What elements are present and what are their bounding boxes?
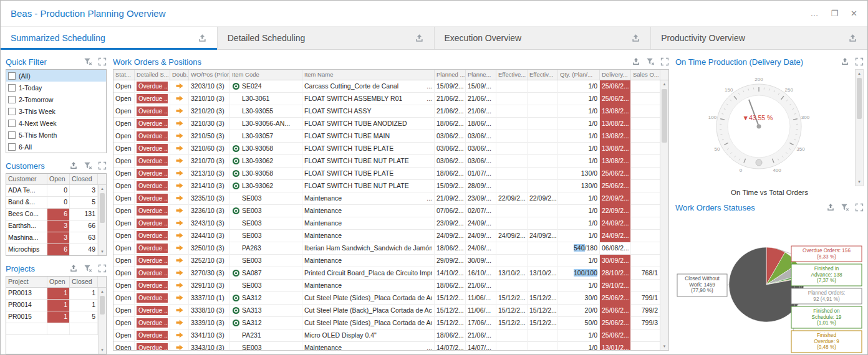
column-header[interactable]: WO/Pos (Prior.) (189, 70, 230, 80)
export-icon[interactable] (841, 57, 849, 66)
more-button[interactable]: … (810, 9, 818, 17)
scroll-up-icon[interactable]: ▲ (99, 288, 106, 295)
column-header[interactable]: Stat... (113, 70, 135, 80)
scrollbar[interactable]: ▲ ▼ (855, 69, 864, 186)
column-header[interactable]: Item Name (302, 70, 435, 80)
expand-icon[interactable] (98, 57, 107, 66)
column-header[interactable]: Detailed S... (135, 70, 170, 80)
quick-filter-option[interactable]: 5-This Month (6, 129, 106, 141)
export-icon[interactable] (826, 203, 835, 212)
table-row[interactable] (6, 323, 106, 335)
work-order-row[interactable]: OpenOverdue ...3244/10 (3)SE003Maintenan… (113, 230, 660, 242)
expand-icon[interactable] (855, 203, 864, 212)
maximize-button[interactable]: ❐ (831, 9, 838, 17)
export-icon[interactable] (198, 34, 207, 43)
checkbox-icon[interactable] (8, 108, 16, 115)
scroll-thumb[interactable] (100, 193, 105, 223)
scroll-down-icon[interactable]: ▼ (99, 248, 106, 255)
clear-filter-icon[interactable] (84, 161, 92, 170)
scroll-up-icon[interactable]: ▲ (660, 80, 668, 88)
column-header[interactable]: Open (47, 174, 70, 184)
close-button[interactable]: ✕ (851, 9, 857, 17)
column-header[interactable]: Effective... (496, 70, 528, 80)
scroll-down-icon[interactable]: ▼ (660, 343, 668, 350)
table-row[interactable]: Mashina... 3 63 (6, 232, 106, 244)
work-order-row[interactable]: OpenOverdue ...3203/10 (3)SE024Carcass C… (113, 80, 660, 93)
table-row[interactable]: Bees Co... 6 131 (6, 209, 106, 220)
column-header[interactable]: Closed (70, 174, 98, 184)
work-order-row[interactable]: OpenOverdue ...3210/50 (3)L30-93057FLOAT… (113, 130, 660, 143)
work-order-row[interactable]: OpenOverdue ...3252/10 (3)SE003Maintenan… (113, 255, 660, 267)
checkbox-icon[interactable] (8, 143, 16, 151)
export-icon[interactable] (415, 34, 424, 43)
column-header[interactable]: Sales O... (631, 70, 660, 80)
work-order-row[interactable]: OpenOverdue ...3213/10 (3)L30-93058FLOAT… (113, 168, 660, 180)
clear-filter-icon[interactable] (841, 203, 849, 212)
quick-filter-option[interactable]: (All) (6, 70, 106, 82)
scrollbar[interactable]: ▲ ▼ (660, 80, 668, 350)
work-order-row[interactable]: OpenOverdue ...3210/60 (3)L30-93058FLOAT… (113, 143, 660, 155)
export-icon[interactable] (69, 264, 78, 273)
checkbox-icon[interactable] (8, 131, 16, 139)
work-order-row[interactable]: OpenOverdue ...3214/10 (3)L30-93062FLOAT… (113, 180, 660, 192)
column-header[interactable]: Planned ... (435, 70, 466, 80)
column-header[interactable]: Closed (70, 277, 98, 287)
clear-filter-icon[interactable] (84, 264, 92, 273)
clear-filter-icon[interactable] (646, 57, 655, 66)
work-order-row[interactable]: OpenOverdue ...3243/10 (3)SE003Maintenan… (113, 217, 660, 230)
table-row[interactable]: PR0015 1 5 (6, 311, 106, 323)
scroll-thumb[interactable] (100, 296, 105, 315)
scroll-up-icon[interactable]: ▲ (856, 70, 863, 77)
work-order-row[interactable]: OpenOverdue ...3210/30 (3)L30-93056-AN..… (113, 118, 660, 130)
work-order-row[interactable]: OpenOverdue ...3270/30 (3)SA087Printed C… (113, 267, 660, 280)
table-row[interactable]: PR0013 1 1 (6, 288, 106, 300)
scroll-down-icon[interactable]: ▼ (856, 178, 863, 186)
checkbox-icon[interactable] (8, 120, 16, 127)
table-row[interactable]: Microchips 6 49 (6, 244, 106, 256)
expand-icon[interactable] (98, 264, 107, 273)
column-header[interactable]: Planne... (466, 70, 496, 80)
scroll-up-icon[interactable]: ▲ (99, 185, 106, 192)
tab-productivity-overview[interactable]: Productivity Overview (651, 27, 867, 49)
quick-filter-option[interactable]: 1-Today (6, 82, 106, 93)
quick-filter-option[interactable]: 2-Tomorrow (6, 93, 106, 105)
work-order-row[interactable]: OpenOverdue ...3250/10 (3)PA263Iberian H… (113, 242, 660, 255)
quick-filter-option[interactable]: 3-This Week (6, 105, 106, 117)
column-header[interactable]: Customer (6, 174, 47, 184)
column-header[interactable]: Open (47, 277, 70, 287)
clear-filter-icon[interactable] (84, 57, 92, 66)
work-order-row[interactable]: OpenOverdue ...3236/10 (3)SE003Maintenan… (113, 205, 660, 217)
work-order-row[interactable]: OpenOverdue ...3339/10 (3)SA312Cut Steel… (113, 317, 660, 329)
work-order-row[interactable]: OpenOverdue ...3343/10 (3)SE003Maintenan… (113, 342, 660, 350)
column-header[interactable]: Effectiv... (528, 70, 558, 80)
work-order-row[interactable]: OpenOverdue ...3235/10 (3)SE003Maintenan… (113, 192, 660, 205)
table-row[interactable]: PR0014 1 1 (6, 300, 106, 311)
scroll-thumb[interactable] (662, 89, 667, 143)
work-order-row[interactable]: OpenOverdue ...3210/20 (3)L30-93055FLOAT… (113, 105, 660, 118)
export-icon[interactable] (69, 161, 78, 170)
scroll-thumb[interactable] (857, 78, 862, 119)
column-header[interactable]: Qty. (Plan/... (558, 70, 600, 80)
table-row[interactable]: Earthsh... 3 66 (6, 220, 106, 232)
column-header[interactable]: Item Code (230, 70, 302, 80)
export-icon[interactable] (631, 34, 640, 43)
table-row[interactable]: Band &... 0 5 (6, 197, 106, 209)
column-header[interactable]: Doub... (170, 70, 189, 80)
expand-icon[interactable] (660, 57, 669, 66)
expand-icon[interactable] (98, 161, 107, 170)
work-order-row[interactable]: OpenOverdue ...3341/10 (3)PA231Micro OLE… (113, 329, 660, 342)
quick-filter-option[interactable]: 6-All (6, 141, 106, 153)
checkbox-icon[interactable] (8, 72, 16, 80)
work-order-row[interactable]: OpenOverdue ...3291/10 (3)SE003Maintenan… (113, 280, 660, 292)
scrollbar[interactable]: ▲ ▼ (98, 288, 106, 354)
quick-filter-option[interactable]: 4-Next Week (6, 117, 106, 129)
expand-icon[interactable] (855, 57, 864, 66)
scroll-down-icon[interactable]: ▼ (99, 346, 106, 354)
work-order-row[interactable]: OpenOverdue ...3337/10 (1)SA312Cut Steel… (113, 292, 660, 305)
table-row[interactable]: ADA Te... 0 3 (6, 185, 106, 197)
tab-detailed-scheduling[interactable]: Detailed Scheduling (218, 27, 435, 49)
scrollbar[interactable]: ▲ ▼ (98, 185, 106, 255)
export-icon[interactable] (632, 57, 640, 66)
tab-execution-overview[interactable]: Execution Overview (435, 27, 652, 49)
column-header[interactable]: Project (6, 277, 47, 287)
